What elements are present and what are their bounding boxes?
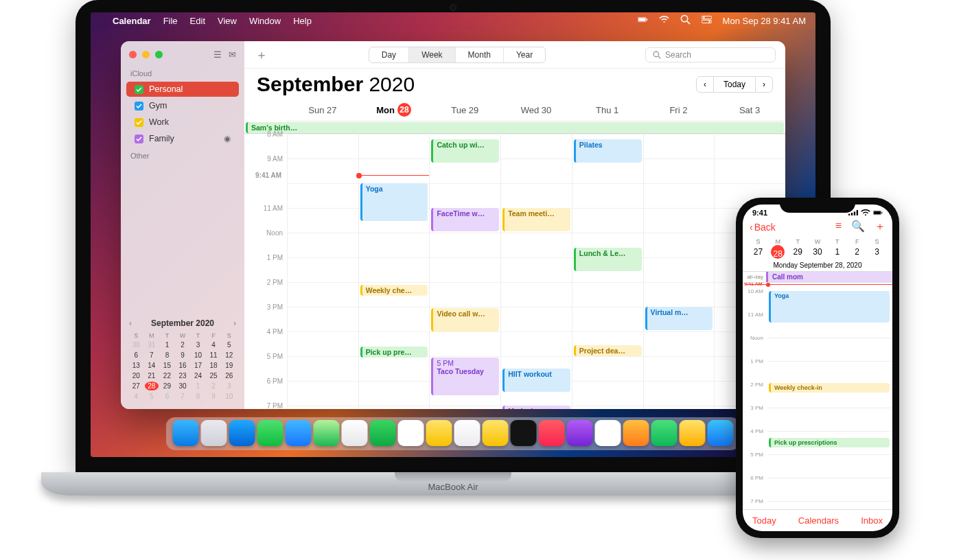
next-week-button[interactable]: ›	[755, 76, 773, 93]
iphone-back-button[interactable]: ‹ Back	[750, 222, 776, 233]
menubar-item-view[interactable]: View	[218, 16, 237, 26]
iphone-day[interactable]: 2	[847, 245, 867, 259]
dock-app-maps[interactable]	[314, 420, 340, 446]
calendar-event[interactable]: Video call w…	[431, 308, 499, 331]
control-center-icon[interactable]	[702, 14, 712, 27]
dock-app-facetime[interactable]	[370, 420, 396, 446]
dock-app-safari[interactable]	[229, 420, 255, 446]
dock-app-mail[interactable]	[286, 420, 312, 446]
prev-week-button[interactable]: ‹	[696, 76, 714, 93]
spotlight-icon[interactable]	[680, 14, 691, 27]
mini-prev-month[interactable]: ‹	[129, 318, 132, 328]
calendar-event[interactable]: Virtual m…	[645, 307, 713, 330]
dock-app-music[interactable]	[539, 420, 565, 446]
calendar-event[interactable]: Lunch & Le…	[574, 248, 642, 271]
iphone-today-button[interactable]: Today	[752, 515, 776, 526]
iphone-event[interactable]: Yoga	[769, 291, 890, 323]
day-header[interactable]: Sun 27	[287, 99, 358, 121]
battery-icon[interactable]	[638, 14, 648, 27]
calendar-event[interactable]: Weekly che…	[360, 285, 428, 296]
view-year[interactable]: Year	[504, 47, 545, 62]
iphone-day[interactable]: 28	[771, 245, 785, 259]
view-week[interactable]: Week	[409, 47, 455, 62]
iphone-day[interactable]: 3	[867, 245, 887, 259]
inbox-icon[interactable]: ✉︎	[229, 49, 236, 60]
menubar-app-name[interactable]: Calendar	[113, 16, 151, 26]
calendar-event[interactable]: HIIT workout	[502, 369, 570, 392]
calendar-event[interactable]: Team meeti…	[502, 208, 570, 231]
day-column[interactable]	[287, 134, 358, 409]
dock-app-messages[interactable]	[257, 420, 283, 446]
dock-app-reminders[interactable]	[454, 420, 480, 446]
dock-app-appstore[interactable]	[708, 420, 734, 446]
day-header[interactable]: Mon 28	[358, 99, 430, 121]
iphone-day[interactable]: 1	[827, 245, 847, 259]
day-header[interactable]: Fri 2	[643, 99, 715, 121]
calendar-event[interactable]: Project dea…	[574, 345, 642, 356]
dock-app-notes[interactable]	[483, 420, 509, 446]
iphone-inbox-button[interactable]: Inbox	[861, 515, 883, 526]
view-day[interactable]: Day	[369, 47, 409, 62]
wifi-icon[interactable]	[659, 14, 669, 27]
calendar-event[interactable]: Yoga	[360, 183, 428, 221]
sidebar-calendar-gym[interactable]: Gym	[126, 98, 239, 113]
menubar-item-help[interactable]: Help	[293, 16, 312, 26]
search-field[interactable]: Search	[645, 47, 776, 62]
window-zoom-button[interactable]	[155, 51, 163, 58]
calendar-event[interactable]: Catch up wi…	[431, 139, 499, 163]
menubar-clock[interactable]: Mon Sep 28 9:41 AM	[723, 16, 806, 26]
dock-app-news[interactable]	[595, 420, 621, 446]
dock-app-photos[interactable]	[342, 420, 368, 446]
window-minimize-button[interactable]	[142, 51, 150, 58]
iphone-add-icon[interactable]: ＋	[875, 220, 885, 234]
dock-app-keynote[interactable]	[623, 420, 649, 446]
dock-app-finder[interactable]	[173, 420, 199, 446]
sidebar-calendar-family[interactable]: Family◉	[126, 131, 239, 146]
week-grid[interactable]: Sun 27Mon 28Tue 29Wed 30Thu 1Fri 2Sat 3a…	[244, 99, 785, 409]
dock-app-launchpad[interactable]	[201, 420, 227, 446]
menubar-item-window[interactable]: Window	[249, 16, 281, 26]
mini-next-month[interactable]: ›	[233, 318, 236, 328]
allday-event[interactable]: Sam's birth…	[246, 122, 784, 133]
iphone-search-icon[interactable]: 🔍	[851, 220, 865, 234]
day-column[interactable]: PilatesLunch & Le…Project dea…	[572, 134, 643, 409]
sidebar-calendar-work[interactable]: Work	[126, 115, 239, 130]
dock-app-tv[interactable]	[511, 420, 537, 446]
macos-dock[interactable]	[166, 417, 741, 450]
calendar-event[interactable]: Marisa's gu…	[502, 406, 570, 409]
today-button[interactable]: Today	[714, 76, 755, 93]
iphone-event[interactable]: Pick up prescriptions	[769, 438, 890, 447]
day-column[interactable]: YogaWeekly che…Pick up pre…	[358, 134, 430, 409]
calendar-event[interactable]: Pick up pre…	[360, 347, 428, 358]
iphone-day[interactable]: 29	[788, 245, 808, 259]
iphone-allday-event[interactable]: Call mom	[766, 272, 892, 282]
menubar-item-edit[interactable]: Edit	[190, 16, 205, 26]
day-column[interactable]: Virtual m…	[643, 134, 715, 409]
dock-app-podcasts[interactable]	[567, 420, 593, 446]
day-header[interactable]: Thu 1	[572, 99, 643, 121]
iphone-event[interactable]: Weekly check-in	[769, 383, 890, 393]
mini-calendar[interactable]: ‹ September 2020 › SMTWTFS30311234567891…	[121, 312, 244, 409]
day-column[interactable]: Catch up wi…FaceTime w…Video call w…5 PM…	[429, 134, 500, 409]
iphone-calendars-button[interactable]: Calendars	[798, 515, 839, 526]
calendar-event[interactable]: FaceTime w…	[431, 208, 499, 231]
add-event-button[interactable]: ＋	[254, 47, 269, 63]
sidebar-calendar-personal[interactable]: Personal	[126, 82, 239, 97]
dock-app-numbers[interactable]	[651, 420, 678, 446]
iphone-day[interactable]: 27	[748, 245, 768, 259]
day-column[interactable]: Team meeti…HIIT workoutMarisa's gu…	[500, 134, 572, 409]
iphone-day-view[interactable]: 10 AM11 AMNoon1 PM2 PM3 PM4 PM5 PM6 PM7 …	[743, 283, 892, 509]
day-header[interactable]: Sat 3	[714, 99, 785, 121]
view-month[interactable]: Month	[456, 47, 504, 62]
calendar-event[interactable]: Pilates	[574, 139, 642, 163]
dock-app-calendar[interactable]	[398, 420, 424, 446]
day-header[interactable]: Tue 29	[429, 99, 500, 121]
menubar-item-file[interactable]: File	[163, 16, 178, 26]
calendar-event[interactable]: 5 PMTaco Tuesday	[431, 358, 499, 395]
dock-app-pages[interactable]	[680, 420, 706, 446]
dock-app-contacts[interactable]	[426, 420, 452, 446]
day-header[interactable]: Wed 30	[500, 99, 572, 121]
iphone-list-icon[interactable]: ≡	[835, 220, 842, 234]
window-close-button[interactable]	[129, 51, 137, 58]
allday-cell[interactable]: Sam's birth…	[643, 121, 715, 134]
